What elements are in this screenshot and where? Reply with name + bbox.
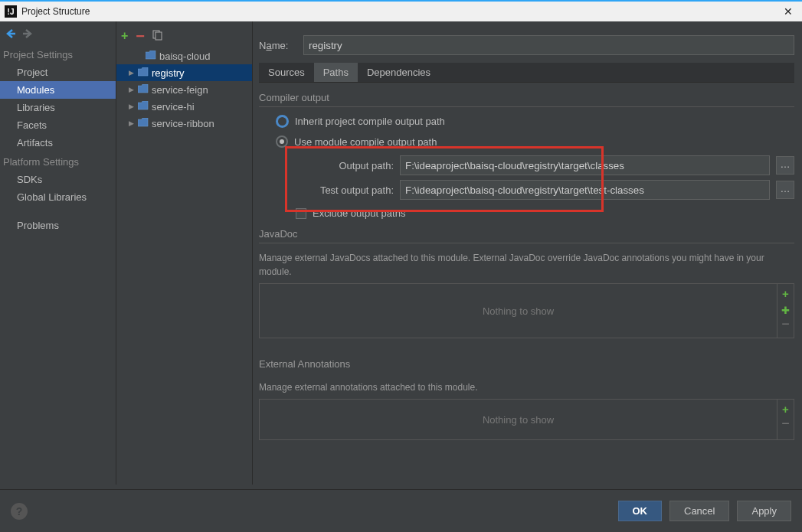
sidebar-item-problems[interactable]: Problems (0, 217, 116, 234)
sidebar-heading-project: Project Settings (0, 44, 116, 64)
remove-ext-icon[interactable]: − (781, 420, 790, 426)
exclude-checkbox-row[interactable]: Exclude output paths (296, 207, 794, 219)
sidebar: Project Settings Project Modules Librari… (0, 21, 116, 485)
tree-item-label: service-feign (152, 84, 208, 96)
svg-rect-1 (155, 32, 162, 40)
add-javadoc-url-icon[interactable]: ✚ (781, 305, 790, 316)
checkbox-icon (296, 208, 306, 219)
sidebar-item-global-libraries[interactable]: Global Libraries (0, 188, 116, 206)
close-icon[interactable]: ✕ (779, 5, 797, 18)
chevron-right-icon[interactable]: ▶ (127, 86, 135, 93)
folder-icon (146, 51, 156, 62)
tree-item-label: baisq-cloud (159, 51, 211, 62)
tree-item-label: service-ribbon (152, 118, 214, 129)
tree-item-label: registry (152, 67, 185, 79)
copy-icon[interactable] (152, 30, 163, 43)
forward-icon[interactable] (21, 28, 34, 40)
ext-annotations-heading: External Annotations (259, 349, 794, 373)
output-path-label: Output path: (293, 160, 394, 171)
tab-dependencies[interactable]: Dependencies (358, 63, 440, 82)
sidebar-item-facets[interactable]: Facets (0, 116, 116, 134)
browse-output-button[interactable]: … (776, 156, 794, 175)
output-path-input[interactable] (400, 155, 770, 175)
exclude-label: Exclude output paths (313, 207, 405, 219)
radio-inherit-label: Inherit project compile output path (295, 116, 445, 127)
tree-item-service-ribbon[interactable]: ▶service-ribbon (116, 115, 252, 132)
tree-item-service-feign[interactable]: ▶service-feign (116, 81, 252, 98)
footer: ? OK Cancel Apply (0, 489, 802, 532)
radio-module-label: Use module compile output path (294, 136, 437, 148)
radio-icon (276, 135, 288, 148)
folder-icon (138, 84, 149, 96)
sidebar-item-modules[interactable]: Modules (0, 81, 116, 99)
sidebar-heading-platform: Platform Settings (0, 152, 116, 171)
ext-annotations-desc: Manage external annotations attached to … (259, 380, 794, 394)
tabs: Sources Paths Dependencies (259, 63, 794, 83)
ok-button[interactable]: OK (618, 501, 663, 521)
test-output-path-input[interactable] (400, 180, 770, 200)
tab-sources[interactable]: Sources (259, 63, 314, 82)
tree-item-service-hi[interactable]: ▶service-hi (116, 98, 252, 115)
help-icon[interactable]: ? (11, 503, 28, 520)
add-ext-icon[interactable]: + (782, 403, 789, 416)
back-icon[interactable] (5, 28, 17, 40)
list-empty-text: Nothing to show (260, 284, 777, 338)
add-javadoc-icon[interactable]: + (782, 287, 789, 300)
test-output-path-label: Test output path: (293, 184, 394, 196)
radio-icon (276, 115, 289, 128)
folder-icon (138, 67, 149, 79)
chevron-right-icon[interactable]: ▶ (127, 119, 135, 127)
javadoc-desc: Manage external JavaDocs attached to thi… (259, 251, 794, 279)
cancel-button[interactable]: Cancel (669, 501, 729, 521)
sidebar-item-libraries[interactable]: Libraries (0, 99, 116, 116)
radio-inherit[interactable]: Inherit project compile output path (276, 115, 794, 128)
apply-button[interactable]: Apply (737, 501, 791, 521)
chevron-right-icon[interactable]: ▶ (127, 103, 135, 110)
content-area: Name: Sources Paths Dependencies Compile… (253, 21, 802, 485)
titlebar: !J Project Structure ✕ (0, 0, 802, 21)
name-label: Name: (259, 40, 296, 51)
tree-item-baisq-cloud[interactable]: baisq-cloud (116, 47, 252, 64)
remove-icon[interactable]: − (136, 32, 145, 40)
javadoc-heading: JavaDoc (259, 219, 794, 243)
nav-toolbar (5, 28, 34, 40)
folder-icon (138, 118, 149, 129)
tree-item-label: service-hi (152, 101, 195, 113)
sidebar-item-project[interactable]: Project (0, 64, 116, 81)
sidebar-item-sdks[interactable]: SDKs (0, 171, 116, 188)
folder-icon (138, 101, 149, 113)
tab-paths[interactable]: Paths (314, 63, 358, 82)
remove-javadoc-icon[interactable]: − (781, 321, 790, 327)
list-empty-text: Nothing to show (260, 400, 777, 439)
browse-test-output-button[interactable]: … (776, 181, 794, 199)
compiler-output-heading: Compiler output (259, 83, 794, 107)
window-title: Project Structure (21, 6, 779, 17)
app-icon: !J (5, 5, 17, 18)
name-input[interactable] (303, 35, 794, 55)
module-tree: + − baisq-cloud▶registry▶service-feign▶s… (116, 21, 253, 485)
chevron-right-icon[interactable]: ▶ (127, 69, 135, 77)
add-icon[interactable]: + (121, 29, 128, 43)
ext-annotations-list[interactable]: Nothing to show + − (259, 399, 794, 440)
javadoc-list[interactable]: Nothing to show + ✚ − (259, 283, 794, 338)
sidebar-item-artifacts[interactable]: Artifacts (0, 134, 116, 152)
tree-item-registry[interactable]: ▶registry (116, 64, 252, 81)
radio-module[interactable]: Use module compile output path (276, 135, 794, 148)
